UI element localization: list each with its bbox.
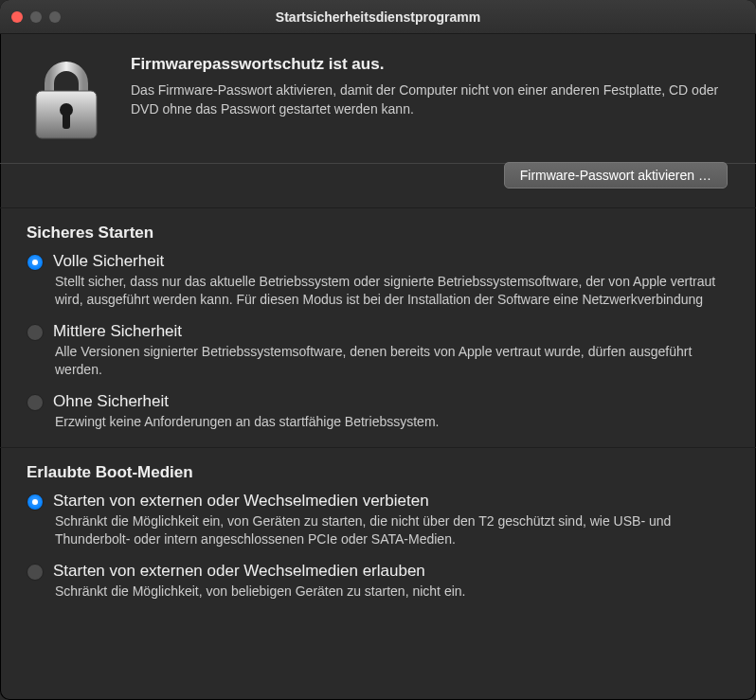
boot-media-title: Erlaubte Boot-Medien: [27, 463, 729, 482]
radio-text: Volle Sicherheit Stellt sicher, dass nur…: [53, 252, 729, 309]
radio-text: Starten von externen oder Wechselmedien …: [53, 492, 729, 548]
titlebar: Startsicherheitsdienstprogramm: [0, 0, 756, 34]
radio-label: Ohne Sicherheit: [53, 392, 729, 411]
radio-text: Starten von externen oder Wechselmedien …: [53, 562, 729, 601]
radio-indicator: [27, 254, 44, 271]
firmware-description: Das Firmware-Passwort aktivieren, damit …: [131, 81, 729, 118]
zoom-button[interactable]: [49, 11, 61, 23]
radio-description: Schränkt die Möglichkeit, von beliebigen…: [53, 583, 729, 601]
radio-description: Erzwingt keine Anforderungen an das star…: [53, 413, 729, 431]
secure-boot-section: Sicheres Starten Volle Sicherheit Stellt…: [0, 208, 756, 448]
firmware-heading: Firmwarepasswortschutz ist aus.: [131, 55, 729, 74]
firmware-text: Firmwarepasswortschutz ist aus. Das Firm…: [131, 55, 729, 146]
enable-firmware-password-button[interactable]: Firmware-Passwort aktivieren …: [504, 162, 728, 188]
radio-label: Starten von externen oder Wechselmedien …: [53, 562, 729, 581]
radio-indicator: [27, 394, 44, 411]
radio-label: Mittlere Sicherheit: [53, 322, 729, 341]
radio-text: Ohne Sicherheit Erzwingt keine Anforderu…: [53, 392, 729, 431]
close-button[interactable]: [11, 11, 23, 23]
window: Startsicherheitsdienstprogramm: [0, 0, 756, 700]
radio-allow-external[interactable]: Starten von externen oder Wechselmedien …: [27, 562, 729, 601]
radio-full-security[interactable]: Volle Sicherheit Stellt sicher, dass nur…: [27, 252, 729, 309]
radio-label: Starten von externen oder Wechselmedien …: [53, 492, 729, 511]
radio-indicator: [27, 564, 44, 581]
radio-indicator: [27, 494, 44, 511]
svg-rect-2: [63, 112, 70, 129]
lock-icon: [27, 55, 110, 146]
radio-no-security[interactable]: Ohne Sicherheit Erzwingt keine Anforderu…: [27, 392, 729, 431]
radio-text: Mittlere Sicherheit Alle Versionen signi…: [53, 322, 729, 379]
radio-medium-security[interactable]: Mittlere Sicherheit Alle Versionen signi…: [27, 322, 729, 379]
radio-disallow-external[interactable]: Starten von externen oder Wechselmedien …: [27, 492, 729, 548]
firmware-button-row: Firmware-Passwort aktivieren …: [0, 162, 756, 208]
content: Firmwarepasswortschutz ist aus. Das Firm…: [0, 34, 756, 618]
radio-description: Stellt sicher, dass nur das aktuelle Bet…: [53, 273, 729, 309]
radio-indicator: [27, 324, 44, 341]
firmware-section: Firmwarepasswortschutz ist aus. Das Firm…: [0, 34, 756, 164]
boot-media-section: Erlaubte Boot-Medien Starten von externe…: [0, 448, 756, 618]
radio-description: Alle Versionen signierter Betriebssystem…: [53, 343, 729, 379]
radio-description: Schränkt die Möglichkeit ein, von Geräte…: [53, 512, 729, 548]
secure-boot-title: Sicheres Starten: [27, 224, 729, 242]
minimize-button[interactable]: [30, 11, 42, 23]
radio-label: Volle Sicherheit: [53, 252, 729, 271]
window-title: Startsicherheitsdienstprogramm: [0, 9, 756, 25]
traffic-lights: [0, 11, 61, 23]
